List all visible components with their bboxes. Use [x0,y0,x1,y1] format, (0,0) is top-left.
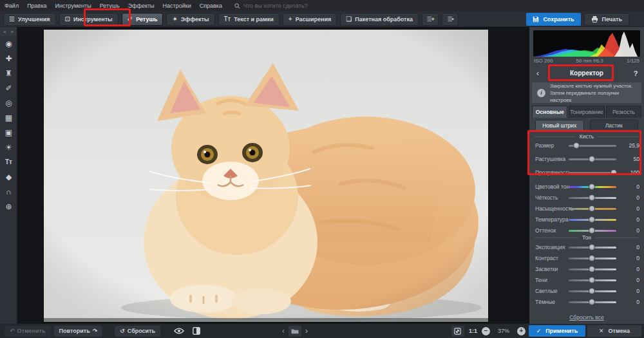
fit-screen-button[interactable] [451,326,464,337]
slider-label: Экспозиция [535,244,565,250]
cancel-button[interactable]: ✕ Отмена [587,325,641,337]
slider-track[interactable] [569,145,616,147]
slider-track[interactable] [569,258,616,259]
collapse-icon[interactable]: « [11,29,14,35]
slider-track[interactable] [569,247,616,249]
slider-handle[interactable] [589,227,595,234]
tool-blur[interactable]: ◎ [0,95,17,110]
add-preset-button[interactable]: ☰+ [422,13,439,26]
redo-button[interactable]: Повторить ↷ [54,326,103,337]
tab-extensions[interactable]: + Расширения [283,13,337,26]
search-box[interactable]: Что вы хотите сделать? [234,3,308,9]
reset-all-link[interactable]: Сбросить все [529,314,644,321]
menu-settings[interactable]: Настройки [163,3,191,9]
slider-handle[interactable] [589,277,595,283]
slider-track[interactable] [569,197,616,199]
panel-title: Корректор [546,70,627,77]
menu-tools[interactable]: Инструменты [55,3,91,9]
preview-original-button[interactable] [171,326,187,337]
slider-value: 0 [623,266,639,272]
slider-handle[interactable] [589,216,595,223]
close-icon[interactable]: × [3,29,6,35]
zoom-100-button[interactable]: 1:1 [469,328,477,334]
tab-effects[interactable]: ✶ Эффекты [166,13,214,26]
tab-basic[interactable]: Основные [532,106,567,118]
tab-toning[interactable]: Тонирование [569,106,604,118]
tab-label: Инструменты [73,16,113,23]
tool-text[interactable]: Тт [0,155,17,169]
slider-handle[interactable] [589,205,595,212]
slider-track[interactable] [569,290,616,292]
tool-denoise[interactable]: ▦ [0,110,17,125]
undo-label: Отменить [17,328,46,334]
plus-icon: + [289,15,292,23]
slider-handle[interactable] [589,156,595,162]
slider-track[interactable] [569,186,616,188]
slider-handle[interactable] [589,183,595,190]
tool-healing[interactable]: ✚ [0,51,17,66]
tool-mesh[interactable]: ⊕ [0,199,17,214]
slider-track[interactable] [569,230,616,232]
undo-icon: ↶ [10,328,15,334]
next-photo-icon[interactable]: › [305,326,308,335]
tool-brightness[interactable]: ☀ [0,140,17,155]
zoom-in-button[interactable]: + [517,327,526,335]
tool-red-eye[interactable]: ◉ [0,36,17,51]
tab-retouch[interactable]: ✐ Ретушь [122,13,164,26]
save-button[interactable]: Сохранить [526,13,580,26]
tab-text-frames[interactable]: Tт Текст и рамки [218,13,279,26]
back-chevron-icon[interactable]: ‹ [529,68,546,78]
slider-handle[interactable] [589,299,595,305]
slider-track[interactable] [569,172,616,174]
slider-track[interactable] [569,219,616,221]
slider-label: Чёткость [535,194,558,201]
slider-handle[interactable] [573,142,580,149]
zoom-out-button[interactable]: − [482,327,490,335]
tool-retouch-brush[interactable]: ✐ [0,80,17,95]
slider-handle[interactable] [589,266,595,272]
menu-file[interactable]: Файл [5,3,19,9]
exif-row: ISO 200 50 mm f/6.3 1/125 [534,58,639,64]
redo-label: Повторить [59,328,90,334]
reset-button[interactable]: ↺ Сбросить [115,326,160,337]
slider-track[interactable] [569,279,616,281]
tool-clone-stamp[interactable]: ♜ [0,66,17,80]
print-button[interactable]: Печать [584,13,629,26]
tab-batch-processing[interactable]: ❏ Пакетная обработка [340,13,419,26]
slider-handle[interactable] [589,194,595,201]
new-stroke-button[interactable]: Новый штрих [535,120,584,131]
text-icon: Tт [224,15,231,23]
preset-history-button[interactable]: ☰• [442,13,459,26]
cat-photo[interactable] [44,30,488,322]
tool-fill[interactable]: ◆ [0,169,17,184]
menu-effects[interactable]: Эффекты [128,3,155,9]
tool-magnet[interactable]: ∩ [0,184,17,199]
slider-track[interactable] [569,301,616,303]
undo-button[interactable]: ↶ Отменить [5,326,51,337]
slider-handle[interactable] [589,244,595,250]
prev-photo-icon[interactable]: ‹ [282,326,285,335]
open-folder-button[interactable] [289,326,301,337]
menu-retouch[interactable]: Ретушь [100,3,120,9]
slider-handle[interactable] [589,255,595,261]
tab-tools[interactable]: ⊡ Инструменты [59,13,118,26]
before-after-button[interactable] [190,326,203,337]
slider-label: Тени [535,277,547,283]
slider-track[interactable] [569,208,616,210]
slider-handle[interactable] [611,169,617,176]
apply-cancel-group: ✓ Применить ✕ Отмена [529,324,644,338]
tool-vignette[interactable]: ▣ [0,125,17,140]
tab-improvements[interactable]: ☰ Улучшения [3,13,56,26]
slider-value: 0 [623,216,639,223]
apply-button[interactable]: ✓ Применить [529,325,585,337]
editing-canvas[interactable] [17,27,529,324]
menu-edit[interactable]: Правка [27,3,46,9]
slider-handle[interactable] [589,288,595,294]
slider-label: Оттенок [535,227,556,234]
menu-help[interactable]: Справка [200,3,222,9]
tab-sharpness[interactable]: Резкость [606,106,641,118]
help-icon[interactable]: ? [627,70,644,77]
slider-track[interactable] [569,158,616,160]
slider-track[interactable] [569,268,616,270]
eraser-button[interactable]: Ластик [590,120,639,131]
